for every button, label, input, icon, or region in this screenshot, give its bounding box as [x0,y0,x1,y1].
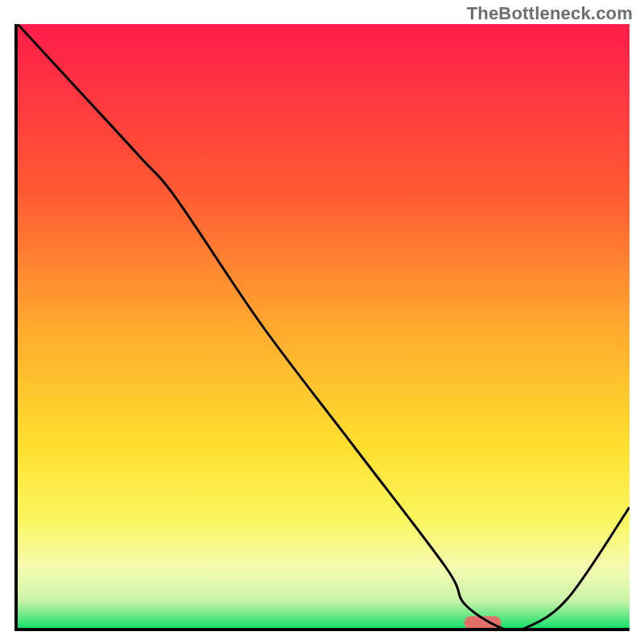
chart-svg [18,24,630,628]
watermark-text: TheBottleneck.com [467,3,633,24]
chart-frame [14,24,630,631]
chart-background [18,24,630,628]
